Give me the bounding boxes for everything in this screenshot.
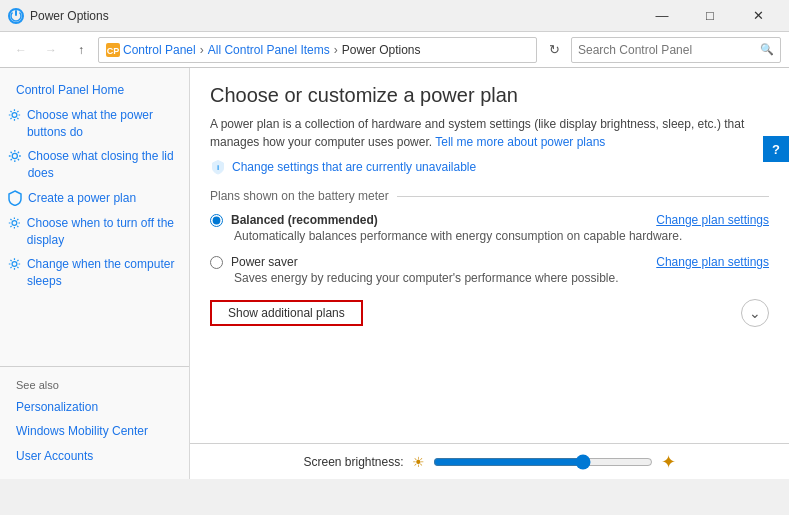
shield-icon-content: i	[210, 159, 226, 175]
content-area: Choose or customize a power plan A power…	[190, 68, 789, 443]
description-text: A power plan is a collection of hardware…	[210, 115, 769, 151]
gear-icon-3	[8, 215, 21, 231]
close-button[interactable]: ✕	[735, 0, 781, 32]
brightness-bar: Screen brightness: ☀ ✦	[190, 443, 789, 479]
see-also-section: See also Personalization Windows Mobilit…	[0, 366, 189, 469]
brightness-dim-icon: ☀	[412, 454, 425, 470]
sidebar: Control Panel Home Choose what the power…	[0, 68, 190, 479]
breadcrumb-control-panel[interactable]: Control Panel	[123, 43, 196, 57]
svg-point-5	[12, 154, 17, 159]
see-also-title: See also	[0, 375, 189, 395]
plan-desc-power-saver: Saves energy by reducing your computer's…	[234, 271, 769, 285]
svg-text:CP: CP	[107, 46, 120, 56]
gear-icon-2	[8, 148, 22, 164]
gear-icon-1	[8, 107, 21, 123]
title-bar: Power Options — □ ✕	[0, 0, 789, 32]
breadcrumb-current: Power Options	[342, 43, 421, 57]
sidebar-item-sleep-settings[interactable]: Change when the computer sleeps	[0, 252, 189, 294]
breadcrumb-icon: CP	[105, 42, 121, 58]
plan-name-balanced[interactable]: Balanced (recommended)	[231, 213, 378, 227]
search-box: 🔍	[571, 37, 781, 63]
svg-rect-1	[15, 10, 17, 16]
plan-radio-power-saver[interactable]	[210, 256, 223, 269]
sidebar-item-control-panel-home[interactable]: Control Panel Home	[0, 78, 189, 103]
brightness-slider[interactable]	[433, 454, 653, 470]
sidebar-label-sleep-settings: Change when the computer sleeps	[27, 256, 177, 290]
show-additional-plans-button[interactable]: Show additional plans	[210, 300, 363, 326]
breadcrumb: CP Control Panel › All Control Panel Ite…	[98, 37, 537, 63]
plan-desc-balanced: Automatically balances performance with …	[234, 229, 769, 243]
sidebar-item-mobility-center[interactable]: Windows Mobility Center	[0, 419, 189, 444]
app-icon	[8, 8, 24, 24]
svg-point-6	[12, 220, 17, 225]
sidebar-label-turn-off-display: Choose when to turn off the display	[27, 215, 177, 249]
forward-button[interactable]: →	[38, 37, 64, 63]
sidebar-item-create-plan[interactable]: Create a power plan	[0, 186, 189, 211]
shield-link-text: Change settings that are currently unava…	[232, 160, 476, 174]
svg-point-4	[12, 112, 17, 117]
maximize-button[interactable]: □	[687, 0, 733, 32]
svg-text:i: i	[217, 163, 219, 172]
help-button[interactable]: ?	[763, 136, 789, 162]
sidebar-item-user-accounts[interactable]: User Accounts	[0, 444, 189, 469]
main-layout: Control Panel Home Choose what the power…	[0, 68, 789, 479]
minimize-button[interactable]: —	[639, 0, 685, 32]
shield-icon	[8, 190, 22, 206]
sidebar-label-create-plan: Create a power plan	[28, 190, 136, 207]
section-title: Plans shown on the battery meter	[210, 189, 769, 203]
breadcrumb-all-items[interactable]: All Control Panel Items	[208, 43, 330, 57]
window-title: Power Options	[30, 9, 109, 23]
refresh-button[interactable]: ↻	[541, 37, 567, 63]
page-title: Choose or customize a power plan	[210, 84, 769, 107]
sidebar-item-lid-action[interactable]: Choose what closing the lid does	[0, 144, 189, 186]
plan-item-power-saver: Power saver Change plan settings Saves e…	[210, 255, 769, 285]
brightness-bright-icon: ✦	[661, 451, 676, 473]
up-button[interactable]: ↑	[68, 37, 94, 63]
plan-item-balanced: Balanced (recommended) Change plan setti…	[210, 213, 769, 243]
change-plan-power-saver[interactable]: Change plan settings	[656, 255, 769, 269]
search-input[interactable]	[578, 43, 760, 57]
sidebar-item-turn-off-display[interactable]: Choose when to turn off the display	[0, 211, 189, 253]
brightness-label: Screen brightness:	[303, 455, 403, 469]
expand-circle-button[interactable]: ⌄	[741, 299, 769, 327]
sidebar-item-power-buttons[interactable]: Choose what the power buttons do	[0, 103, 189, 145]
sidebar-label-lid-action: Choose what closing the lid does	[28, 148, 177, 182]
shield-settings-link[interactable]: i Change settings that are currently una…	[210, 159, 769, 175]
plan-radio-balanced[interactable]	[210, 214, 223, 227]
address-bar: ← → ↑ CP Control Panel › All Control Pan…	[0, 32, 789, 68]
learn-more-link[interactable]: Tell me more about power plans	[435, 135, 605, 149]
plan-name-power-saver[interactable]: Power saver	[231, 255, 298, 269]
sidebar-label-power-buttons: Choose what the power buttons do	[27, 107, 177, 141]
gear-icon-4	[8, 256, 21, 272]
sidebar-item-personalization[interactable]: Personalization	[0, 395, 189, 420]
search-icon: 🔍	[760, 43, 774, 56]
window-controls: — □ ✕	[639, 0, 781, 32]
change-plan-balanced[interactable]: Change plan settings	[656, 213, 769, 227]
show-plans-section: Show additional plans ⌄	[210, 299, 769, 327]
svg-point-7	[12, 262, 17, 267]
content-wrapper: ? Choose or customize a power plan A pow…	[190, 68, 789, 479]
back-button[interactable]: ←	[8, 37, 34, 63]
